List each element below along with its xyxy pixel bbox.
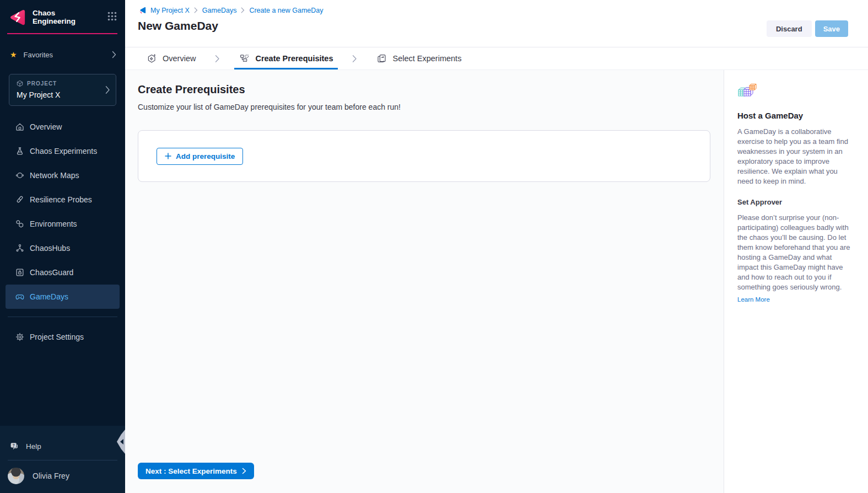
app-root: Chaos Engineering ★ Favorites bbox=[0, 0, 868, 493]
brand-header: Chaos Engineering bbox=[0, 0, 125, 28]
chevron-right-icon bbox=[242, 468, 246, 474]
tab-label: Overview bbox=[163, 54, 196, 63]
discard-button[interactable]: Discard bbox=[767, 20, 812, 37]
next-button-label: Next : Select Experiments bbox=[145, 467, 237, 475]
user-menu[interactable]: Olivia Frey bbox=[0, 460, 125, 493]
tab-create-prerequisites[interactable]: Create Prerequisites bbox=[234, 47, 338, 69]
hub-icon bbox=[15, 243, 25, 253]
favorites-row[interactable]: ★ Favorites bbox=[0, 49, 125, 60]
sidebar-item-chaoshubs[interactable]: ChaosHubs bbox=[6, 236, 120, 260]
sidebar-item-label: Resilience Probes bbox=[30, 195, 92, 204]
avatar bbox=[8, 468, 24, 484]
help-panel-subtitle: Set Approver bbox=[737, 198, 854, 206]
plus-icon bbox=[165, 153, 171, 159]
sidebar-bottom-section: ? Help Olivia Frey bbox=[0, 426, 125, 493]
sidebar-item-label: ChaosGuard bbox=[30, 268, 73, 277]
sidebar-item-label: Project Settings bbox=[30, 333, 84, 341]
hexagons-icon bbox=[15, 219, 25, 229]
gamepad-icon bbox=[15, 292, 25, 302]
project-name: My Project X bbox=[17, 90, 101, 99]
home-icon bbox=[15, 122, 25, 132]
tab-label: Create Prerequisites bbox=[255, 54, 333, 63]
brand-divider bbox=[7, 33, 117, 34]
help-label: Help bbox=[26, 442, 41, 451]
help-chat-icon: ? bbox=[9, 441, 19, 451]
probe-icon bbox=[15, 195, 25, 205]
page-header: My Project X GameDays Create a new GameD… bbox=[125, 0, 868, 47]
hexagon-gear-icon bbox=[147, 53, 157, 64]
sidebar-item-label: Network Maps bbox=[30, 171, 79, 180]
lock-square-icon bbox=[15, 267, 25, 277]
user-name: Olivia Frey bbox=[33, 471, 69, 480]
breadcrumb-separator-icon bbox=[194, 7, 198, 13]
sidebar-item-environments[interactable]: Environments bbox=[6, 212, 120, 236]
star-icon: ★ bbox=[10, 51, 17, 58]
chevron-right-icon bbox=[352, 47, 357, 69]
page-title: New GameDay bbox=[138, 19, 868, 33]
content-column: My Project X GameDays Create a new GameD… bbox=[125, 0, 868, 493]
sidebar-item-label: GameDays bbox=[30, 292, 68, 301]
prerequisites-card: Add prerequisite bbox=[138, 130, 710, 182]
help-panel-paragraph-2: Please don’t surprise your (non-particip… bbox=[737, 213, 854, 292]
sidebar-divider bbox=[8, 317, 117, 317]
sidebar-item-gamedays[interactable]: GameDays bbox=[6, 285, 120, 309]
chevron-right-icon bbox=[215, 47, 220, 69]
add-prerequisite-label: Add prerequisite bbox=[176, 152, 235, 160]
sidebar-item-network-maps[interactable]: Network Maps bbox=[6, 163, 120, 187]
breadcrumb-link-project[interactable]: My Project X bbox=[150, 7, 190, 14]
app-switcher-icon[interactable] bbox=[107, 11, 117, 22]
tab-select-experiments[interactable]: Select Experiments bbox=[371, 47, 466, 69]
cube-icon bbox=[17, 80, 23, 87]
favorites-label: Favorites bbox=[24, 51, 53, 59]
sidebar-item-label: ChaosHubs bbox=[30, 244, 70, 253]
help-panel-title: Host a GameDay bbox=[737, 111, 854, 120]
network-map-icon bbox=[15, 170, 25, 180]
collapse-left-icon bbox=[120, 439, 123, 444]
learn-more-link[interactable]: Learn More bbox=[737, 296, 770, 303]
breadcrumb-link-gamedays[interactable]: GameDays bbox=[202, 7, 237, 14]
sidebar-item-resilience-probes[interactable]: Resilience Probes bbox=[6, 187, 120, 212]
header-actions: Discard Save bbox=[767, 20, 848, 37]
body-row: Create Prerequisites Customize your list… bbox=[125, 70, 868, 493]
help-button[interactable]: ? Help bbox=[0, 435, 125, 458]
tab-label: Select Experiments bbox=[392, 54, 461, 63]
wizard-tabbar: Overview Create Prerequisites bbox=[125, 47, 868, 70]
flask-icon bbox=[15, 146, 25, 156]
help-panel-paragraph-1: A GameDay is a collaborative exercise to… bbox=[737, 127, 854, 186]
tab-overview[interactable]: Overview bbox=[142, 47, 201, 69]
sidebar-item-label: Chaos Experiments bbox=[30, 147, 97, 156]
project-label: PROJECT bbox=[27, 81, 57, 87]
section-subheading: Customize your list of GameDay prerequis… bbox=[138, 103, 710, 111]
cubes-illustration-icon bbox=[737, 83, 757, 101]
flowchart-icon bbox=[239, 53, 250, 64]
stacked-cards-icon bbox=[376, 53, 387, 64]
help-panel: Host a GameDay A GameDay is a collaborat… bbox=[724, 70, 868, 493]
sidebar-item-label: Overview bbox=[30, 122, 62, 131]
chevron-right-icon bbox=[112, 51, 116, 58]
gear-icon bbox=[15, 332, 25, 342]
left-sidebar: Chaos Engineering ★ Favorites bbox=[0, 0, 125, 493]
sidebar-nav: Overview Chaos Experiments Network Maps bbox=[0, 115, 125, 309]
sidebar-item-chaos-experiments[interactable]: Chaos Experiments bbox=[6, 139, 120, 163]
sidebar-item-chaosguard[interactable]: ChaosGuard bbox=[6, 260, 120, 285]
section-heading: Create Prerequisites bbox=[138, 83, 710, 96]
harness-mini-logo-icon bbox=[138, 6, 146, 14]
chevron-right-icon bbox=[105, 85, 110, 94]
breadcrumb-link-create-gameday[interactable]: Create a new GameDay bbox=[249, 7, 323, 14]
breadcrumb-separator-icon bbox=[241, 7, 245, 13]
breadcrumb: My Project X GameDays Create a new GameD… bbox=[138, 6, 868, 14]
sidebar-item-label: Environments bbox=[30, 219, 77, 228]
save-button[interactable]: Save bbox=[815, 20, 848, 37]
chaos-engineering-logo-icon bbox=[7, 7, 28, 28]
svg-text:?: ? bbox=[13, 443, 15, 447]
sidebar-item-project-settings[interactable]: Project Settings bbox=[6, 325, 120, 349]
project-selector[interactable]: PROJECT My Project X bbox=[9, 74, 116, 106]
add-prerequisite-button[interactable]: Add prerequisite bbox=[157, 148, 243, 165]
brand-title: Chaos Engineering bbox=[33, 9, 76, 25]
main-panel: Create Prerequisites Customize your list… bbox=[125, 70, 724, 493]
next-select-experiments-button[interactable]: Next : Select Experiments bbox=[138, 463, 254, 479]
sidebar-item-overview[interactable]: Overview bbox=[6, 115, 120, 139]
